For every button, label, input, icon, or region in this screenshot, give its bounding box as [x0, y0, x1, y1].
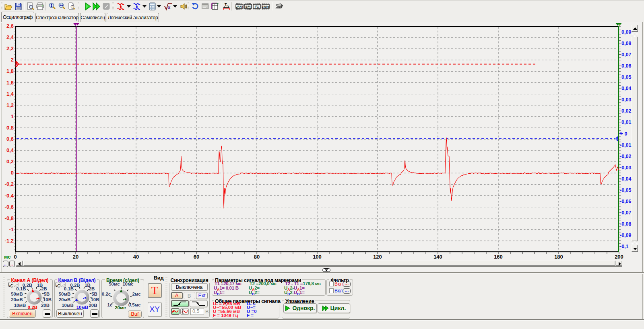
svg-text:40: 40 [133, 254, 139, 260]
svg-text:200: 200 [615, 254, 623, 260]
svg-text:0,04: 0,04 [621, 86, 631, 91]
svg-text:0,8: 0,8 [6, 125, 14, 131]
svg-text:0: 0 [14, 254, 17, 260]
svg-text:-0,08: -0,08 [620, 221, 632, 227]
svg-text:0,07: 0,07 [621, 52, 631, 58]
svg-text:-0,4: -0,4 [5, 193, 14, 199]
svg-text:-0,09: -0,09 [620, 232, 632, 238]
svg-text:0: 0 [625, 131, 627, 137]
svg-text:2,4: 2,4 [6, 34, 14, 40]
svg-text:-0,06: -0,06 [620, 199, 632, 204]
svg-text:-0,04: -0,04 [620, 176, 632, 182]
svg-text:-0,07: -0,07 [620, 210, 632, 216]
svg-text:0,08: 0,08 [621, 41, 631, 46]
svg-text:0,05: 0,05 [621, 74, 631, 80]
svg-text:60: 60 [194, 254, 199, 260]
svg-text:0,6: 0,6 [6, 136, 14, 142]
svg-text:0,09: 0,09 [621, 29, 631, 35]
svg-text:-0,6: -0,6 [5, 204, 14, 210]
svg-text:0,4: 0,4 [6, 147, 14, 153]
svg-text:140: 140 [433, 254, 442, 260]
svg-text:0,01: 0,01 [621, 119, 631, 125]
svg-text:-0,8: -0,8 [5, 215, 14, 221]
svg-text:-0,01: -0,01 [620, 142, 632, 148]
svg-text:-1,2: -1,2 [5, 238, 14, 244]
svg-text:1,8: 1,8 [6, 68, 14, 74]
svg-text:1: 1 [75, 23, 77, 27]
svg-text:0,03: 0,03 [621, 97, 631, 103]
svg-text:-0,05: -0,05 [620, 187, 632, 193]
svg-text:0: 0 [11, 170, 14, 176]
svg-text:2: 2 [11, 57, 14, 63]
svg-text:-1: -1 [9, 226, 14, 232]
svg-text:2,2: 2,2 [6, 45, 14, 51]
svg-text:1,6: 1,6 [6, 80, 14, 86]
svg-text:80: 80 [254, 254, 260, 260]
svg-text:0,06: 0,06 [621, 63, 631, 69]
svg-text:2: 2 [618, 23, 620, 27]
svg-text:0,2: 0,2 [6, 158, 14, 164]
svg-text:-0,2: -0,2 [5, 181, 14, 187]
svg-text:1,4: 1,4 [6, 91, 14, 97]
svg-text:0,02: 0,02 [621, 108, 631, 114]
svg-text:2,6: 2,6 [6, 23, 14, 29]
svg-text:1,2: 1,2 [6, 102, 14, 108]
svg-text:-0,02: -0,02 [620, 154, 632, 159]
svg-text:-0,1: -0,1 [620, 244, 629, 249]
svg-text:120: 120 [373, 254, 382, 260]
svg-text:A: A [16, 63, 19, 67]
svg-text:100: 100 [313, 254, 322, 260]
svg-text:B: B [615, 138, 617, 140]
svg-text:160: 160 [494, 254, 503, 260]
svg-text:мс: мс [4, 254, 11, 260]
svg-text:180: 180 [554, 254, 563, 260]
svg-text:-0,03: -0,03 [620, 165, 632, 171]
svg-text:20: 20 [73, 254, 78, 260]
svg-text:1: 1 [11, 113, 14, 119]
